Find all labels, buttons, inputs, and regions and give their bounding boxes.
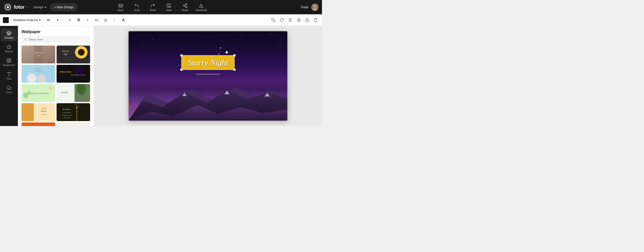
lock-icon	[305, 18, 309, 22]
template-thumb-5[interactable]: Happiness & friendship	[22, 84, 55, 102]
font-size-selector[interactable]: 60 ▾	[45, 17, 60, 23]
bold-button[interactable]: B	[75, 16, 82, 24]
nav-tools: Open Undo Redo Save Share Download	[116, 3, 207, 11]
rotate-button[interactable]	[278, 16, 285, 24]
text-selection-border: Starry Night	[181, 55, 234, 70]
toolbar-right-actions	[270, 16, 319, 24]
svg-point-40	[26, 74, 36, 83]
open-tool[interactable]: Open	[116, 3, 126, 11]
resize-handle-tl[interactable]	[180, 54, 182, 56]
search-box[interactable]	[22, 36, 90, 43]
flip-button[interactable]	[287, 16, 294, 24]
template-preview-6: some text	[56, 84, 90, 102]
font-family-selector[interactable]: Shellahera Script Da ▾	[11, 17, 43, 23]
svg-text:Dare to: Dare to	[62, 50, 69, 52]
svg-point-12	[314, 5, 316, 7]
undo-icon	[134, 3, 139, 8]
text-element-container[interactable]: Starry Night	[181, 55, 234, 75]
canvas-area: ✦ ✦ ✦ · · Starry Night	[94, 26, 322, 126]
letter-spacing-button[interactable]: AA	[93, 16, 100, 24]
template-thumb-3[interactable]: but you how are	[22, 65, 55, 83]
sidebar-item-background[interactable]: Background	[1, 56, 17, 69]
resize-handle-bl[interactable]	[180, 69, 182, 71]
template-preview-10: Coffee ALWAYS good idea	[56, 122, 90, 126]
share-tool[interactable]: Share	[180, 3, 190, 11]
new-design-button[interactable]: + New Design	[50, 3, 78, 11]
template-preview-7: you're braver than you	[22, 103, 55, 121]
toolbar-divider-1	[63, 17, 64, 23]
format-toolbar: Shellahera Script Da ▾ 60 ▾ ≡ B I AA U ↕…	[0, 14, 322, 26]
template-thumb-4[interactable]: DREAM BIG AND DARE TO FAIL	[56, 65, 90, 83]
svg-line-8	[184, 6, 186, 7]
template-preview-1: with every road I	[22, 45, 55, 63]
design-button[interactable]: Design ▾	[31, 4, 48, 10]
svg-point-7	[186, 6, 187, 7]
underline-button[interactable]: U	[102, 16, 109, 24]
svg-point-41	[37, 75, 46, 83]
sidebar-item-material[interactable]: Material	[1, 42, 17, 55]
sidebar: Template Material Background Texts Cloud	[0, 26, 18, 126]
download-icon	[199, 3, 204, 8]
panel-title: Wallpaper	[18, 26, 94, 36]
svg-rect-77	[56, 122, 90, 126]
svg-rect-18	[306, 20, 309, 22]
save-icon	[166, 3, 172, 8]
svg-text:braver: braver	[41, 110, 47, 112]
align-button[interactable]: ≡	[66, 16, 73, 24]
sidebar-item-texts[interactable]: Texts	[1, 69, 17, 82]
open-icon	[118, 3, 123, 8]
template-thumb-2[interactable]: Dare to Fail	[56, 45, 90, 63]
template-thumb-8[interactable]: Be fearless in the pursuit of what sets …	[56, 103, 90, 121]
sidebar-item-cloud[interactable]: Cloud	[1, 83, 17, 96]
layers-button[interactable]	[295, 16, 302, 24]
canvas-wrapper[interactable]: ✦ ✦ ✦ · · Starry Night	[128, 31, 287, 121]
sidebar-item-template[interactable]: Template	[1, 28, 17, 41]
svg-point-51	[48, 86, 53, 91]
svg-rect-44	[56, 65, 90, 83]
svg-text:in the pursuit: in the pursuit	[62, 112, 71, 113]
svg-text:of what sets you: of what sets you	[62, 114, 72, 116]
redo-icon	[150, 3, 156, 8]
search-icon	[24, 38, 27, 41]
svg-text:you're: you're	[42, 107, 46, 109]
template-thumb-1[interactable]: with every road I	[22, 45, 55, 63]
case-button[interactable]: A	[120, 16, 127, 24]
template-thumb-10[interactable]: Coffee ALWAYS good idea	[56, 122, 90, 126]
svg-text:AND DARE TO FAIL: AND DARE TO FAIL	[71, 74, 85, 76]
top-navigation: fotor ® Design ▾ + New Design Open Undo …	[0, 0, 322, 14]
main-canvas-text: Starry Night	[188, 58, 228, 67]
user-avatar[interactable]	[311, 3, 318, 11]
fotor-logo-icon	[4, 3, 12, 11]
download-tool[interactable]: Download	[196, 3, 207, 11]
star-sidebar-icon	[6, 44, 12, 49]
avatar-image	[311, 3, 318, 11]
template-preview-2: Dare to Fail	[56, 45, 90, 63]
duplicate-button[interactable]	[270, 16, 277, 24]
user-name: Fotor	[301, 5, 308, 9]
delete-button[interactable]	[312, 16, 319, 24]
resize-handle-br[interactable]	[234, 69, 236, 71]
line-height-button[interactable]: ↕	[111, 16, 118, 24]
text-color-swatch[interactable]	[3, 17, 9, 23]
svg-rect-62	[56, 103, 90, 121]
svg-text:DREAM BIG: DREAM BIG	[60, 71, 71, 73]
search-input[interactable]	[29, 38, 88, 41]
lock-button[interactable]	[304, 16, 311, 24]
flip-icon	[288, 18, 292, 22]
template-thumb-9[interactable]: TRAVEL	[22, 122, 55, 126]
resize-handle-tr[interactable]	[234, 54, 236, 56]
italic-button[interactable]: I	[84, 16, 91, 24]
template-thumb-7[interactable]: you're braver than you	[22, 103, 55, 121]
svg-rect-24	[10, 61, 11, 62]
svg-rect-58	[22, 103, 34, 121]
redo-tool[interactable]: Redo	[148, 3, 158, 11]
undo-tool[interactable]: Undo	[132, 3, 142, 11]
nav-right: Fotor	[301, 3, 318, 11]
svg-line-29	[26, 40, 26, 40]
text-background-yellow: Starry Night	[181, 55, 234, 70]
template-thumb-6[interactable]: some text	[56, 84, 90, 102]
save-tool[interactable]: Save	[164, 3, 174, 11]
svg-point-28	[24, 38, 26, 40]
template-preview-9: TRAVEL	[22, 122, 55, 126]
svg-rect-23	[7, 61, 8, 62]
